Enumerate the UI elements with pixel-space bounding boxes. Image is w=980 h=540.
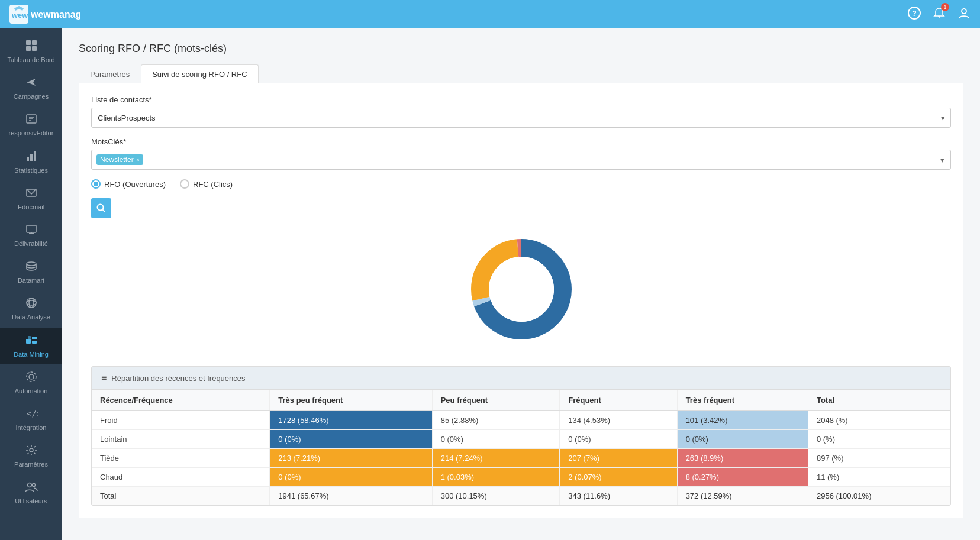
table-body: Froid1728 (58.46%)85 (2.88%)134 (4.53%)1… (92, 411, 950, 506)
notifications-icon[interactable]: 1 (933, 7, 946, 22)
svg-rect-27 (26, 339, 31, 344)
row-cell: 372 (12.59%) (677, 487, 808, 506)
table-row: Tiède213 (7.21%)214 (7.24%)207 (7%)263 (… (92, 449, 950, 468)
sidebar-item-statistiques[interactable]: Statistiques (0, 144, 62, 180)
tab-bar: Paramètres Suivi de scoring RFO / RFC (79, 64, 963, 83)
motscles-input[interactable]: Newsletter × (91, 150, 951, 170)
radio-group: RFO (Ouvertures) RFC (Clics) (91, 179, 951, 189)
svg-rect-11 (32, 46, 37, 51)
sidebar-item-label: Paramètres (14, 461, 48, 468)
sidebar-item-integration[interactable]: </> Intégration (0, 401, 62, 438)
sidebar-item-tableau-de-bord[interactable]: Tableau de Bord (0, 33, 62, 70)
table-row: Chaud0 (0%)1 (0.03%)2 (0.07%)8 (0.27%)11… (92, 468, 950, 487)
user-icon[interactable] (958, 7, 971, 22)
row-cell: 0 (0%) (270, 468, 432, 487)
main-layout: Tableau de Bord Campagnes responsivEdito… (0, 28, 980, 540)
svg-text:wew: wew (11, 11, 28, 20)
row-cell: 300 (10.15%) (432, 487, 560, 506)
sidebar-item-datamart[interactable]: Datamart (0, 254, 62, 290)
table-header-icon: ≡ (101, 373, 107, 383)
col-recence: Récence/Fréquence (92, 390, 270, 411)
contacts-label: Liste de contacts* (91, 95, 951, 104)
row-cell: 2 (0.07%) (560, 468, 677, 487)
sidebar-item-data-mining[interactable]: Data Mining (0, 328, 62, 364)
col-tres-freq: Très fréquent (677, 390, 808, 411)
sidebar-item-label: Tableau de Bord (7, 56, 54, 64)
row-cell: 207 (7%) (560, 449, 677, 468)
main-content: Scoring RFO / RFC (mots-clés) Paramètres… (62, 28, 980, 540)
motscles-label: MotsClés* (91, 137, 951, 146)
table-row: Total1941 (65.67%)300 (10.15%)343 (11.6%… (92, 487, 950, 506)
sidebar-item-parametres[interactable]: Paramètres (0, 438, 62, 474)
table-section: ≡ Répartition des récences et fréquences… (91, 366, 951, 506)
svg-point-36 (32, 484, 35, 487)
sidebar-item-automation[interactable]: Automation (0, 364, 62, 401)
sidebar-item-delivrabilite[interactable]: Délivrabilité (0, 217, 62, 254)
tab-suivi-scoring[interactable]: Suivi de scoring RFO / RFC (141, 64, 258, 83)
sidebar-item-label: responsivEditor (9, 130, 54, 137)
top-nav-icons: ? 1 (908, 7, 971, 22)
svg-point-34 (30, 448, 33, 452)
tab-parametres[interactable]: Paramètres (79, 64, 141, 83)
deliverability-icon (25, 223, 38, 238)
svg-rect-9 (32, 40, 37, 45)
svg-rect-20 (27, 225, 36, 232)
row-label: Froid (92, 411, 270, 430)
sidebar-item-label: Automation (15, 387, 48, 395)
row-label: Chaud (92, 468, 270, 487)
contacts-select-wrapper: ClientsProspects (91, 108, 951, 128)
svg-rect-29 (32, 341, 37, 344)
radio-rfc-label: RFC (Clics) (193, 180, 233, 189)
svg-point-35 (27, 483, 31, 487)
sidebar-item-label: Datamart (18, 277, 44, 284)
tag-close-button[interactable]: × (136, 156, 140, 163)
svg-rect-10 (26, 46, 31, 51)
contacts-group: Liste de contacts* ClientsProspects (91, 95, 951, 128)
svg-text:?: ? (912, 9, 917, 18)
row-cell: 101 (3.42%) (677, 411, 808, 430)
table-section-header: ≡ Répartition des récences et fréquences (92, 367, 950, 390)
sidebar-item-campagnes[interactable]: Campagnes (0, 70, 62, 106)
radio-rfc[interactable]: RFC (Clics) (180, 179, 233, 189)
sidebar-item-label: Intégration (16, 424, 47, 432)
svg-rect-30 (28, 336, 31, 339)
sidebar-item-utilisateurs[interactable]: Utilisateurs (0, 474, 62, 511)
sidebar-item-responsive-editor[interactable]: responsivEditor (0, 106, 62, 143)
svg-point-23 (27, 262, 36, 266)
automation-icon (25, 370, 38, 385)
svg-point-32 (27, 372, 36, 381)
newsletter-tag: Newsletter × (96, 154, 143, 165)
motscles-group: MotsClés* Newsletter × (91, 137, 951, 170)
radio-rfo-label: RFO (Ouvertures) (104, 180, 166, 189)
svg-rect-16 (27, 157, 29, 161)
row-cell: 1728 (58.46%) (270, 411, 432, 430)
radio-rfo[interactable]: RFO (Ouvertures) (91, 179, 166, 189)
data-analyse-icon (25, 296, 38, 311)
row-cell: 343 (11.6%) (560, 487, 677, 506)
row-cell: 8 (0.27%) (677, 468, 808, 487)
table-row: Lointain0 (0%)0 (0%)0 (0%)0 (0%)0 (%) (92, 430, 950, 449)
help-icon[interactable]: ? (908, 7, 921, 22)
contacts-select[interactable]: ClientsProspects (91, 108, 951, 128)
row-cell: 0 (0%) (677, 430, 808, 449)
svg-rect-17 (30, 154, 33, 161)
svg-text:wewmanager: wewmanager (30, 9, 80, 20)
search-button[interactable] (91, 198, 111, 218)
table-header-row: Récence/Fréquence Très peu fréquent Peu … (92, 390, 950, 411)
svg-point-43 (489, 257, 554, 322)
sidebar-item-data-analyse[interactable]: Data Analyse (0, 290, 62, 327)
tab-content-card: Liste de contacts* ClientsProspects Mots… (79, 83, 963, 518)
row-cell: 213 (7.21%) (270, 449, 432, 468)
sidebar-item-label: Statistiques (14, 167, 48, 174)
row-cell: 11 (%) (808, 468, 950, 487)
data-mining-icon (25, 334, 38, 348)
page-title: Scoring RFO / RFC (mots-clés) (79, 43, 963, 55)
row-cell: 0 (0%) (432, 430, 560, 449)
sidebar-item-label: Délivrabilité (14, 240, 48, 248)
sidebar-item-label: Campagnes (14, 93, 49, 101)
donut-chart (462, 230, 581, 348)
sidebar-item-edocmail[interactable]: Edocmail (0, 180, 62, 217)
datamart-icon (25, 260, 38, 274)
campaigns-icon (25, 76, 38, 90)
users-icon (25, 480, 38, 495)
